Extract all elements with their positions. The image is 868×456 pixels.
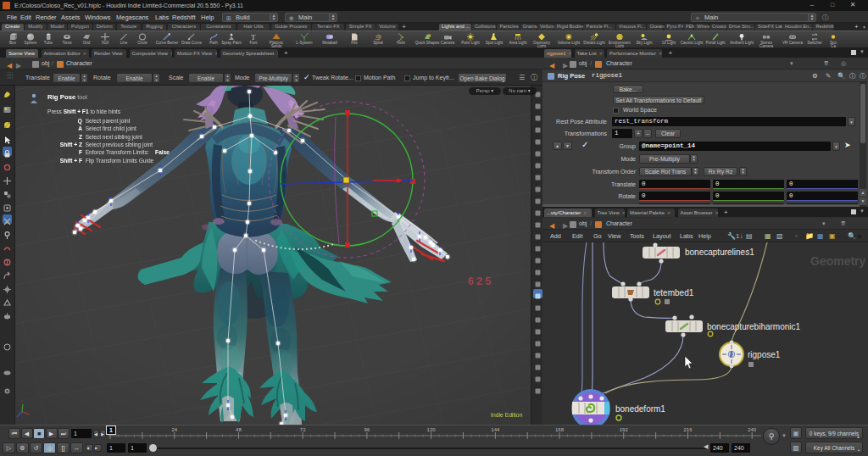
svg-text:T: T: [251, 33, 256, 41]
svg-text:bonecapturelines1: bonecapturelines1: [685, 247, 754, 257]
svg-text:216: 216: [683, 427, 693, 432]
svg-text:24: 24: [171, 427, 177, 432]
svg-text:bonedeform1: bonedeform1: [615, 404, 665, 414]
svg-text:144: 144: [491, 427, 500, 432]
svg-text:120: 120: [427, 427, 437, 432]
svg-text:tetembed1: tetembed1: [654, 288, 694, 298]
svg-text:bonecapturebiharmonic1: bonecapturebiharmonic1: [707, 322, 801, 331]
svg-text:240: 240: [748, 427, 757, 432]
svg-text:72: 72: [300, 427, 306, 432]
svg-text:rigpose1: rigpose1: [748, 350, 781, 359]
svg-text:48: 48: [236, 427, 242, 432]
svg-text:168: 168: [555, 427, 565, 432]
svg-text:192: 192: [620, 427, 629, 432]
svg-text:96: 96: [364, 427, 370, 432]
svg-text:Geometry: Geometry: [810, 254, 866, 268]
